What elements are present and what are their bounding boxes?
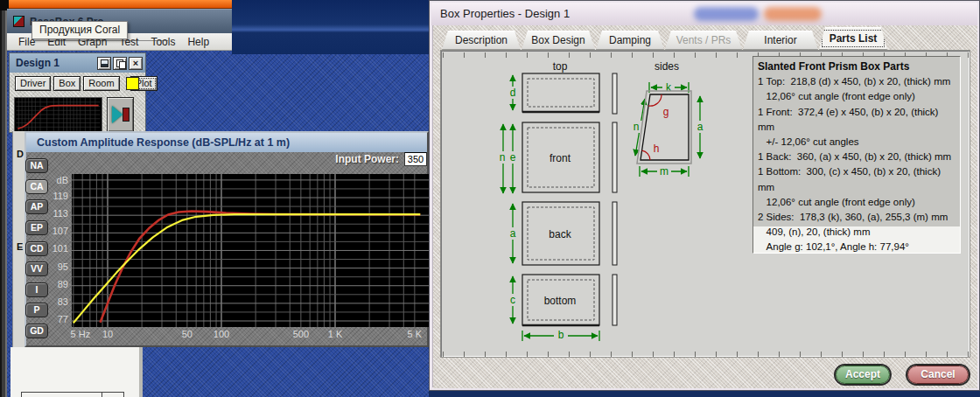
save-button[interactable] (97, 57, 111, 70)
y-axis-labels: dB11911310710195898377 (47, 174, 70, 327)
graph-window-title: Custom Amplitude Response (dB-SPL/Hz at … (37, 136, 290, 149)
x-axis-label: 5 K (408, 329, 423, 339)
graph-type-button[interactable]: CD (25, 241, 48, 256)
amplitude-response-window: Custom Amplitude Response (dB-SPL/Hz at … (24, 131, 429, 347)
dim-d: d (510, 87, 516, 99)
dim-m: m (660, 165, 668, 178)
label-bottom: bottom (544, 295, 577, 307)
graph-window-body: Input Power: NACAAPEPCDVVIPGD dB11911310… (26, 152, 427, 345)
back-edge-bar (612, 202, 617, 265)
front-edge-bar (612, 122, 617, 192)
graph-type-button[interactable]: I (25, 282, 48, 297)
tooltip: Продукция Coral (32, 21, 128, 39)
design-window-title: Design 1 (16, 57, 95, 69)
parts-list-line: 1 Front: 372,4 (e) x 450, (b) x 20, (thi… (758, 105, 957, 135)
dim-n: n (500, 151, 506, 164)
save-icon (101, 59, 108, 67)
design-titlebar: Design 1 × (10, 53, 145, 73)
design-window: Design 1 × DriverBoxRoomPlot (9, 52, 146, 133)
close-icon: × (133, 59, 138, 68)
y-axis-label: 101 (47, 243, 68, 254)
menu-item[interactable]: Tools (144, 33, 181, 51)
parts-list-line: 1 Back: 360, (a) x 450, (b) x 20, (thick… (758, 150, 957, 164)
dim-k: k (666, 81, 672, 94)
x-axis-label: 10 (102, 329, 113, 339)
background-window (232, 0, 429, 54)
menu-item[interactable]: Help (181, 33, 215, 51)
graph-type-button[interactable]: VV (25, 261, 48, 276)
yellow-curve (74, 214, 420, 323)
x-axis-label: 5 Hz (71, 329, 91, 339)
graph-type-button[interactable]: AP (25, 199, 48, 214)
dim-a-side: a (697, 121, 704, 133)
graph-type-button[interactable]: P (25, 303, 48, 317)
angle-g: g (663, 106, 669, 118)
design-window-body: DriverBoxRoomPlot (10, 73, 145, 132)
x-axis-labels: 5 Hz10501005001 K5 K (72, 329, 429, 343)
bassbox-app-icon (13, 16, 24, 27)
dialog-titlebar: Box Properties - Design 1 (431, 3, 977, 25)
speaker-button[interactable] (107, 97, 134, 132)
screen: BassBox 6 Pro FileEditGraphTestToolsHelp… (0, 0, 980, 397)
top-panel (522, 73, 599, 112)
tooltip-shadow (35, 40, 168, 41)
dialog-buttons: Accept Cancel (433, 366, 977, 388)
graph-type-button[interactable]: NA (25, 158, 48, 173)
y-axis-label: 83 (47, 296, 68, 307)
parts-list-line: +/- 12,06° cut angles (758, 135, 957, 150)
dialog-tab[interactable]: Interior (743, 31, 818, 50)
response-plot (72, 174, 429, 327)
label-top: top (553, 60, 568, 73)
dialog-tab[interactable]: Damping (596, 31, 664, 50)
design-tab-button[interactable]: Driver (15, 76, 51, 91)
hidden-window-edge: D E (12, 131, 24, 347)
input-power-field[interactable] (404, 152, 427, 166)
label-back: back (549, 228, 571, 240)
copy-icon (116, 59, 124, 67)
cancel-button[interactable]: Cancel (907, 366, 969, 384)
dialog-tab[interactable]: Description (442, 31, 521, 50)
speaker-cone-icon (112, 106, 122, 123)
parts-list-line: 12,06° cut angle (front edge only) (758, 195, 957, 210)
graph-type-sidebar: NACAAPEPCDVVIPGD (25, 158, 49, 338)
duplicate-button[interactable] (113, 57, 127, 70)
response-thumbnail (14, 97, 102, 133)
parts-list-title: Slanted Front Prism Box Parts (758, 59, 957, 74)
angle-h: h (654, 143, 660, 155)
dialog-tab[interactable]: Box Design (522, 31, 595, 50)
hidden-label-fragment: D (17, 149, 24, 159)
dialog-tabs: DescriptionBox DesignDampingVents / PRsI… (442, 27, 970, 50)
y-axis-label: 77 (47, 314, 68, 324)
parts-list-line: 1 Top: 218,8 (d) x 450, (b) x 20, (thick… (758, 74, 957, 89)
y-axis-label: 95 (47, 261, 68, 272)
design-tab-button[interactable]: Box (53, 76, 80, 91)
label-front: front (550, 152, 571, 164)
x-axis-label: 50 (182, 329, 192, 339)
dialog-body: DescriptionBox DesignDampingVents / PRsI… (433, 25, 977, 388)
graph-titlebar: Custom Amplitude Response (dB-SPL/Hz at … (26, 133, 427, 152)
background-window-titlebar (9, 0, 232, 9)
y-axis-label: dB (47, 175, 68, 185)
dim-b: b (558, 329, 564, 341)
dialog-title: Box Properties - Design 1 (440, 7, 570, 20)
blurred-logo-blue (694, 7, 759, 21)
dialog-tab[interactable]: Parts List (819, 27, 887, 50)
x-axis-label: 500 (293, 329, 309, 339)
box-properties-dialog: Box Properties - Design 1 DescriptionBox… (429, 0, 980, 391)
design-tab-button[interactable]: Room (83, 76, 119, 91)
dialog-tab[interactable]: Vents / PRs (665, 31, 742, 50)
parts-list-line: Angle g: 102,1°, Angle h: 77,94° (758, 240, 957, 254)
graph-type-button[interactable]: EP (25, 220, 48, 235)
graph-type-button[interactable]: GD (25, 324, 48, 338)
close-button[interactable]: × (129, 57, 143, 70)
side-panel (640, 94, 689, 160)
red-curve (101, 212, 421, 323)
x-axis-label: 100 (214, 329, 229, 339)
dim-n-side: n (634, 121, 640, 133)
parts-list-line: 1 Bottom: 300, (c) x 450, (b) x 20, (thi… (758, 164, 957, 194)
y-axis-label: 107 (47, 226, 68, 236)
window-frame-left (0, 10, 7, 397)
graph-type-button[interactable]: CA (25, 179, 48, 194)
plot-color-swatch[interactable] (126, 77, 139, 90)
accept-button[interactable]: Accept (836, 366, 890, 384)
